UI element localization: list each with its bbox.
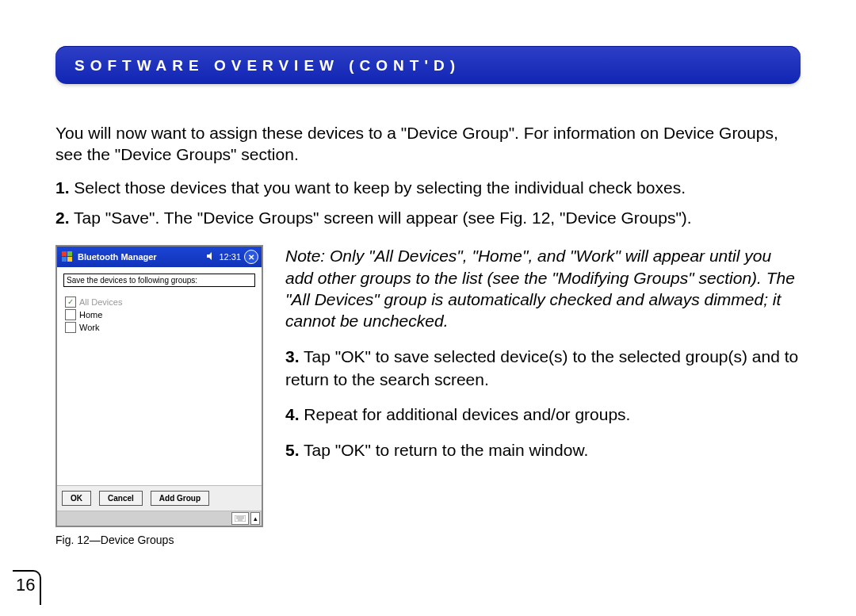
- list-item-label: Home: [79, 310, 102, 319]
- windows-start-icon[interactable]: [60, 250, 75, 264]
- pda-content: Save the devices to following groups: Al…: [57, 267, 262, 485]
- instruction-step: 1. Select those devices that you want to…: [55, 177, 801, 199]
- checkbox-icon[interactable]: [65, 322, 76, 333]
- list-item[interactable]: All Devices: [65, 297, 255, 308]
- step-number: 3.: [285, 347, 300, 365]
- pda-titlebar: Bluetooth Manager 12:31 ✕: [57, 247, 262, 267]
- pda-instruction-label: Save the devices to following groups:: [63, 274, 255, 287]
- list-item[interactable]: Work: [65, 322, 255, 333]
- instruction-list-top: 1. Select those devices that you want to…: [55, 177, 801, 230]
- step-number: 1.: [55, 178, 70, 197]
- step-text: Tap "Save". The "Device Groups" screen w…: [74, 209, 692, 227]
- page-number-value: 16: [13, 570, 41, 605]
- step-number: 4.: [285, 405, 300, 423]
- list-item-label: Work: [79, 323, 99, 332]
- keyboard-icon[interactable]: [231, 512, 249, 525]
- svg-rect-1: [67, 251, 72, 256]
- ok-button[interactable]: OK: [62, 491, 91, 506]
- close-icon[interactable]: ✕: [244, 250, 258, 264]
- pda-button-bar: OK Cancel Add Group: [57, 485, 262, 511]
- page-number: 16: [13, 570, 41, 605]
- pda-screenshot: Bluetooth Manager 12:31 ✕ Save the devic…: [55, 245, 263, 527]
- step-number: 2.: [55, 209, 70, 227]
- figure-12: Bluetooth Manager 12:31 ✕ Save the devic…: [55, 245, 263, 546]
- step-text: Tap "OK" to return to the main window.: [304, 441, 588, 459]
- step-text: Select those devices that you want to ke…: [74, 178, 686, 197]
- manual-page: SOFTWARE OVERVIEW (CONT'D) You will now …: [0, 0, 856, 616]
- pda-clock: 12:31: [219, 252, 241, 262]
- sip-caret-icon[interactable]: ▴: [250, 512, 260, 525]
- figure-caption: Fig. 12—Device Groups: [55, 534, 263, 546]
- section-title-bar: SOFTWARE OVERVIEW (CONT'D): [55, 46, 801, 84]
- list-item-label: All Devices: [79, 297, 122, 307]
- intro-paragraph: You will now want to assign these device…: [55, 122, 801, 166]
- pda-sip-bar: ▴: [57, 511, 262, 526]
- pda-title-text: Bluetooth Manager: [78, 252, 203, 262]
- step-number: 5.: [285, 441, 300, 459]
- svg-rect-3: [67, 257, 72, 262]
- cancel-button[interactable]: Cancel: [99, 491, 143, 506]
- speaker-icon[interactable]: [206, 251, 216, 262]
- checkbox-icon[interactable]: [65, 297, 76, 308]
- svg-rect-0: [62, 251, 67, 256]
- step-text: Tap "OK" to save selected device(s) to t…: [285, 347, 798, 388]
- svg-marker-4: [207, 252, 212, 260]
- group-list: All Devices Home Work: [63, 297, 255, 333]
- step-text: Repeat for additional devices and/or gro…: [304, 405, 630, 423]
- instruction-step: 2. Tap "Save". The "Device Groups" scree…: [55, 207, 801, 229]
- list-item[interactable]: Home: [65, 309, 255, 320]
- add-group-button[interactable]: Add Group: [151, 491, 209, 506]
- checkbox-icon[interactable]: [65, 309, 76, 320]
- svg-rect-2: [62, 257, 67, 262]
- section-title: SOFTWARE OVERVIEW (CONT'D): [75, 57, 460, 74]
